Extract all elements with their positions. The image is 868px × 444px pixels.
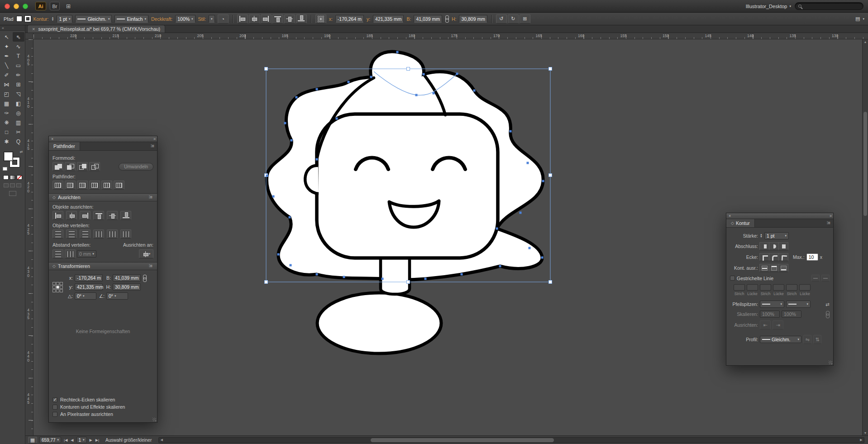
swap-fill-stroke-icon[interactable]: ⇄ bbox=[20, 150, 23, 154]
distribute-vcenter-button[interactable] bbox=[66, 229, 77, 239]
mesh-tool[interactable]: ▦ bbox=[1, 99, 13, 108]
direct-selection-tool[interactable]: ⇖ bbox=[13, 32, 24, 42]
screen-mode-button[interactable] bbox=[9, 191, 16, 196]
scroll-left-icon[interactable]: ◀ bbox=[159, 438, 164, 443]
draw-normal-button[interactable] bbox=[4, 183, 9, 187]
anchor-point[interactable] bbox=[272, 196, 275, 198]
free-transform-tool[interactable]: ⊞ bbox=[13, 80, 24, 89]
vertical-align-middle-icon[interactable] bbox=[284, 14, 295, 24]
transform-height-field[interactable]: 30,809 mm bbox=[113, 283, 141, 291]
cap-projecting-button[interactable] bbox=[778, 242, 788, 250]
anchor-point[interactable] bbox=[529, 247, 531, 249]
anchor-point[interactable] bbox=[510, 130, 512, 133]
reference-point[interactable] bbox=[52, 282, 56, 285]
stroke-weight-field[interactable]: 1 pt▾ bbox=[57, 15, 72, 23]
bridge-button[interactable]: Br bbox=[50, 2, 60, 10]
anchor-point[interactable] bbox=[348, 81, 350, 83]
exclude-button[interactable] bbox=[89, 162, 100, 171]
resize-grip[interactable] bbox=[829, 361, 832, 364]
panel-menu-icon[interactable]: ⫶≡ bbox=[149, 195, 153, 200]
dashed-line-checkbox[interactable] bbox=[730, 276, 735, 281]
recolor-artwork-button[interactable]: ◔ bbox=[218, 14, 229, 24]
outline-button[interactable] bbox=[101, 181, 112, 190]
x-field[interactable]: -170,264 m bbox=[335, 15, 364, 23]
blend-tool[interactable]: ◎ bbox=[13, 108, 24, 118]
stroke-swatch[interactable] bbox=[25, 16, 31, 22]
vertical-align-bottom-icon[interactable] bbox=[296, 14, 307, 24]
flip-along-button[interactable]: ⇋ bbox=[803, 335, 811, 344]
crop-button[interactable] bbox=[89, 181, 100, 190]
y-field[interactable]: 421,335 mm bbox=[373, 15, 404, 23]
link-scale-icon[interactable] bbox=[825, 311, 830, 318]
anchor-point[interactable] bbox=[542, 180, 544, 182]
next-artboard-button[interactable]: ▶ bbox=[89, 438, 93, 442]
weight-stepper[interactable]: ▲▼ bbox=[760, 234, 763, 238]
flip-across-button[interactable]: ⇅ bbox=[813, 335, 821, 344]
distribute-bottom-button[interactable] bbox=[80, 229, 91, 239]
arrowhead-start-select[interactable]: ▾ bbox=[760, 301, 784, 308]
anchor-point[interactable] bbox=[473, 90, 476, 92]
vertical-space-button[interactable] bbox=[52, 249, 63, 258]
vertical-scroll-thumb[interactable] bbox=[863, 112, 867, 216]
selection-handle[interactable] bbox=[265, 67, 268, 71]
minus-back-button[interactable] bbox=[114, 181, 124, 190]
stroke-align-inside-button[interactable] bbox=[769, 264, 779, 272]
reference-point[interactable] bbox=[60, 286, 63, 289]
distribute-right-button[interactable] bbox=[120, 229, 131, 239]
unite-button[interactable] bbox=[52, 162, 63, 171]
section-transformieren[interactable]: ◇ Transformieren ⫶≡ bbox=[49, 262, 157, 270]
anchor-point[interactable] bbox=[316, 158, 318, 161]
gradient-button[interactable] bbox=[10, 175, 15, 180]
selection-handle[interactable] bbox=[549, 281, 552, 284]
transform-x-field[interactable]: -170,264 m bbox=[75, 274, 103, 282]
transform-y-field[interactable]: 421,335 mm bbox=[75, 283, 103, 291]
anchor-point[interactable] bbox=[415, 94, 418, 96]
type-tool[interactable]: T bbox=[13, 51, 24, 61]
default-fill-stroke-icon[interactable] bbox=[3, 167, 7, 171]
shape-builder-tool[interactable]: ◰ bbox=[1, 89, 13, 99]
cap-round-button[interactable] bbox=[769, 242, 779, 250]
anchor-point[interactable] bbox=[296, 96, 298, 99]
arrange-documents-icon[interactable]: ⊞ bbox=[66, 3, 71, 10]
weight-select[interactable]: 1 pt▾ bbox=[764, 232, 789, 239]
opacity-label[interactable]: Deckkraft: bbox=[151, 16, 172, 22]
anchor-point[interactable] bbox=[291, 139, 293, 142]
width-tool[interactable]: ⋈ bbox=[1, 80, 13, 89]
brush-select[interactable]: Einfach▾ bbox=[114, 15, 148, 23]
close-window-button[interactable] bbox=[5, 4, 10, 9]
artboard-navigation-button[interactable]: ▦ bbox=[28, 437, 37, 444]
align-left-button[interactable] bbox=[52, 211, 63, 220]
eyedropper-tool[interactable]: ✑ bbox=[1, 108, 13, 118]
scroll-down-icon[interactable]: ▼ bbox=[863, 430, 868, 435]
dash-field[interactable] bbox=[747, 284, 758, 291]
workspace-switcher[interactable]: Illustrator_Desktop ▾ bbox=[746, 4, 791, 9]
width-field[interactable]: 41,039 mm bbox=[414, 15, 442, 23]
anchor-point[interactable] bbox=[496, 228, 498, 230]
distribute-top-button[interactable] bbox=[52, 229, 63, 239]
align-to-select[interactable]: ▾ bbox=[139, 249, 153, 258]
anchor-point[interactable] bbox=[461, 273, 463, 276]
scroll-right-icon[interactable]: ▶ bbox=[858, 438, 864, 443]
align-center-button[interactable] bbox=[66, 211, 77, 220]
anchor-point[interactable] bbox=[456, 73, 458, 75]
panel-menu-icon[interactable]: ⫶≡ bbox=[149, 263, 153, 269]
anchor-point[interactable] bbox=[382, 278, 384, 280]
anchor-point[interactable] bbox=[316, 88, 318, 91]
reference-point-button[interactable] bbox=[315, 14, 326, 24]
reference-point[interactable] bbox=[56, 286, 59, 289]
selection-tool[interactable]: ↖ bbox=[1, 32, 13, 42]
anchor-point[interactable] bbox=[284, 122, 286, 124]
pencil-tool[interactable]: ✏ bbox=[13, 70, 24, 80]
checkbox[interactable] bbox=[52, 412, 57, 417]
link-dimensions-icon[interactable] bbox=[143, 275, 147, 282]
anchor-point[interactable] bbox=[336, 118, 338, 120]
swap-arrowheads-icon[interactable]: ⇄ bbox=[825, 301, 830, 307]
minimize-window-button[interactable] bbox=[14, 4, 19, 9]
resize-grip[interactable] bbox=[153, 418, 156, 421]
artboard-select[interactable]: 1▾ bbox=[76, 437, 87, 443]
tab-kontur[interactable]: ◇Kontur bbox=[726, 219, 755, 227]
arrowhead-end-select[interactable]: ▾ bbox=[786, 301, 811, 308]
join-miter-button[interactable] bbox=[759, 253, 769, 261]
anchor-point[interactable] bbox=[316, 273, 318, 276]
rotate-ccw-icon[interactable]: ↺ bbox=[496, 14, 507, 24]
